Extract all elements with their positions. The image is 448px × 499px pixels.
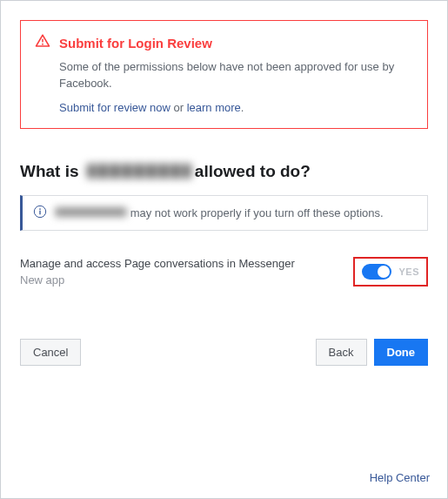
app-name-redacted [87, 164, 191, 179]
alert-body: Some of the permissions below have not b… [59, 59, 413, 92]
help-center-link[interactable]: Help Center [370, 471, 430, 484]
app-name-redacted-small [56, 207, 127, 217]
warning-icon [35, 33, 50, 52]
svg-point-3 [39, 208, 41, 210]
section-title: What is allowed to do? [20, 162, 428, 181]
info-box: may not work properly if you turn off th… [20, 195, 428, 231]
alert-title: Submit for Login Review [59, 36, 212, 51]
permission-toggle[interactable] [362, 264, 391, 280]
done-button[interactable]: Done [374, 339, 429, 366]
submit-review-link[interactable]: Submit for review now [59, 101, 171, 114]
button-row: Cancel Back Done [20, 339, 428, 366]
svg-point-1 [42, 44, 43, 45]
learn-more-link[interactable]: learn more [187, 101, 241, 114]
svg-rect-4 [39, 210, 40, 214]
toggle-state-label: YES [398, 266, 419, 277]
info-icon [33, 205, 47, 221]
info-text: may not work properly if you turn off th… [130, 206, 384, 219]
permission-sublabel: New app [20, 273, 295, 287]
alert-actions: Submit for review now or learn more. [59, 101, 413, 114]
permission-label: Manage and access Page conversations in … [20, 257, 295, 270]
login-review-alert: Submit for Login Review Some of the perm… [20, 20, 428, 129]
permission-toggle-highlight: YES [353, 257, 428, 287]
permission-row: Manage and access Page conversations in … [20, 257, 428, 287]
cancel-button[interactable]: Cancel [20, 339, 81, 366]
back-button[interactable]: Back [316, 339, 367, 366]
